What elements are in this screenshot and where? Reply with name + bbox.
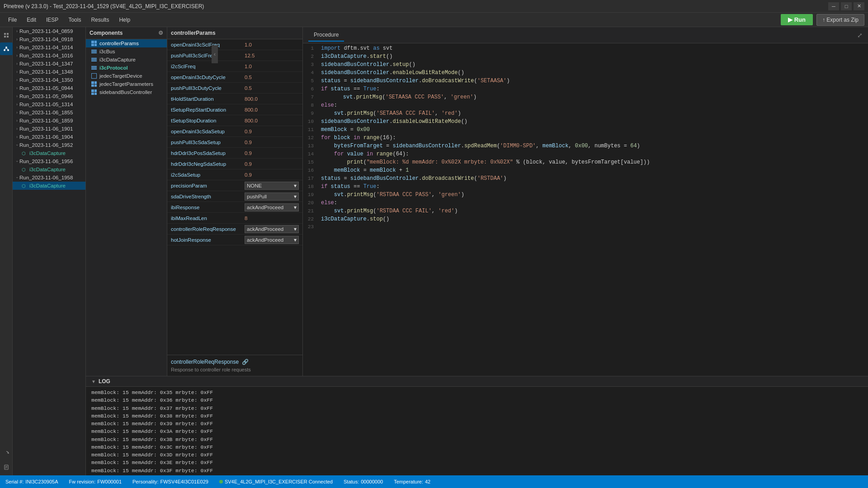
comp-grid-icon [91,41,97,46]
run-item-8[interactable]: ›Run_2023-11-05_0944 [13,84,85,92]
param-row-ibiMaxReadLen: ibiMaxReadLen 8 [167,213,302,224]
close-button[interactable]: ✕ [854,2,864,10]
comp-item-jedecTargetParameters[interactable]: jedecTargetParameters [86,80,167,88]
param-description: controllerRoleReqResponse 🔗 Response to … [167,355,302,376]
maximize-button[interactable]: □ [841,2,852,10]
comp-item-controllerParams[interactable]: controllerParams [86,39,167,47]
code-line-13: 13 bytesFromTarget = sidebandBusControll… [303,143,868,151]
run-item-13[interactable]: ›Run_2023-11-06_1901 [13,125,85,133]
code-line-18: 18 if status == True: [303,183,868,192]
run-15-child-1[interactable]: ⬡i3cDataCapture [13,149,85,157]
menu-file[interactable]: File [4,15,21,25]
menu-edit[interactable]: Edit [22,15,41,25]
svg-line-8 [6,48,8,49]
param-row-tSetupRepStartDuration: tSetupRepStartDuration 800.0 [167,104,302,115]
procedure-tab[interactable]: Procedure [308,29,344,42]
components-settings-icon[interactable]: ⚙ [158,30,163,36]
param-row-controllerRoleReqResponse: controllerRoleReqResponse ackAndProceed … [167,224,302,235]
menu-results[interactable]: Results [86,15,113,25]
param-row-tSetupStopDuration: tSetupStopDuration 800.0 [167,115,302,126]
comp-box-icon [91,73,97,79]
param-link-icon[interactable]: 🔗 [242,359,249,365]
run-item-17[interactable]: ›Run_2023-11-06_1958 [13,174,85,182]
log-panel: ▼ LOG memBlock: 15 memAddr: 0x35 mrbyte:… [86,376,868,475]
run-item-12[interactable]: ›Run_2023-11-06_1859 [13,117,85,125]
ibiResponse-dropdown[interactable]: ackAndProceed ▾ [245,203,299,211]
run-item-10[interactable]: ›Run_2023-11-05_1314 [13,100,85,108]
status-status: Status: 00000000 [344,479,383,484]
title-bar: Pinetree (v 23.3.0) - Test_2023-11-04_15… [0,0,868,13]
export-button[interactable]: ↑ Export as Zip [816,14,864,26]
svg-rect-2 [4,36,6,38]
run-16-child-1[interactable]: ⬡i3cDataCapture [13,165,85,174]
components-title: Components [90,30,123,36]
param-row-openDrainI3cSclFreq: openDrainI3cSclFreq 1.0 [167,39,302,50]
log-line-8: memBlock: 15 memAddr: 0x3C mrbyte: 0xFF [91,443,863,451]
run-item-1[interactable]: ›Run_2023-11-04_0859 [13,27,85,35]
toolbar-right: ▶ Run ↑ Export as Zip [781,14,864,26]
sidebar-icon-strip [0,27,13,475]
run-item-4[interactable]: ›Run_2023-11-04_1016 [13,52,85,60]
run-item-2[interactable]: ›Run_2023-11-04_0918 [13,35,85,43]
param-row-precisionParam: precisionParam NONE ▾ [167,180,302,191]
params-collapse-arrow[interactable]: ‹ [212,45,218,63]
controllerRoleReqResponse-dropdown[interactable]: ackAndProceed ▾ [245,225,299,233]
menu-help[interactable]: Help [114,15,135,25]
comp-item-i3cBus[interactable]: i3cBus [86,47,167,56]
param-row-openDrainI3cSdaSetup: openDrainI3cSdaSetup 0.9 [167,126,302,137]
code-area: 1 import dftm.svt as svt 2 i3cDataCaptur… [303,43,868,376]
procedure-panel: Procedure ⤢ 1 import dftm.svt as svt 2 i… [303,27,868,376]
run-item-9[interactable]: ›Run_2023-11-05_0946 [13,92,85,100]
comp-lines-icon-3 [91,65,97,70]
comp-item-i3cProtocol[interactable]: i3cProtocol [86,64,167,72]
maximize-icon[interactable]: ⤢ [857,32,863,39]
menu-iesp[interactable]: IESP [42,15,63,25]
run-item-7[interactable]: ›Run_2023-11-04_1350 [13,76,85,84]
log-line-6: memBlock: 15 memAddr: 0x3A mrbyte: 0xFF [91,427,863,435]
log-line-12: RSTDAA CCC PASS [91,474,863,475]
hotJoinResponse-dropdown[interactable]: ackAndProceed ▾ [245,236,299,244]
log-collapse-icon[interactable]: ▼ [91,379,96,384]
sidebar-file-icon[interactable] [0,461,13,474]
run-item-14[interactable]: ›Run_2023-11-06_1904 [13,133,85,141]
run-item-11[interactable]: ›Run_2023-11-06_1855 [13,108,85,117]
run-item-15[interactable]: ›Run_2023-11-06_1952 [13,141,85,149]
param-row-ibiResponse: ibiResponse ackAndProceed ▾ [167,202,302,213]
sidebar-runs-icon[interactable] [0,29,13,42]
run-17-child-1[interactable]: ⬡i3cDataCapture [13,182,85,190]
sdaDriveStrength-dropdown[interactable]: pushPull ▾ [245,192,299,201]
comp-grid-icon-2 [91,81,97,87]
code-line-21: 21 svt.printMsg('RSTDAA CCC FAIL', 'red'… [303,208,868,216]
code-line-7: 7 svt.printMsg('SETAASA CCC PASS', 'gree… [303,94,868,102]
comp-lines-icon [91,49,97,54]
comp-item-jedecTargetDevice[interactable]: jedecTargetDevice [86,72,167,80]
log-line-1: memBlock: 15 memAddr: 0x35 mrbyte: 0xFF [91,389,863,396]
log-line-11: memBlock: 15 memAddr: 0x3F mrbyte: 0xFF [91,467,863,474]
log-content: memBlock: 15 memAddr: 0x35 mrbyte: 0xFF … [86,387,868,475]
code-line-6: 6 if status == True: [303,86,868,94]
params-title: controllerParams [171,30,216,36]
run-button[interactable]: ▶ Run [781,14,813,25]
sidebar-tree-icon[interactable] [0,42,13,55]
code-line-11: 11 memBlock = 0x00 [303,127,868,135]
comp-item-i3cDataCapture[interactable]: i3cDataCapture [86,56,167,64]
minimize-button[interactable]: ─ [828,2,839,10]
menu-tools[interactable]: Tools [64,15,85,25]
precisionParam-dropdown[interactable]: NONE ▾ [245,182,299,190]
run-item-5[interactable]: ›Run_2023-11-04_1347 [13,60,85,68]
comp-item-sidebandBusController[interactable]: sidebandBusController [86,88,167,96]
code-line-8: 8 else: [303,102,868,110]
run-item-3[interactable]: ›Run_2023-11-04_1014 [13,43,85,52]
top-content: Components ⚙ controllerParams [86,27,868,376]
code-line-5: 5 status = sidebandBusController.doBroad… [303,78,868,86]
param-row-pushPullI3cDutyCycle: pushPullI3cDutyCycle 0.5 [167,83,302,94]
run-item-16[interactable]: ›Run_2023-11-06_1956 [13,157,85,165]
code-line-4: 4 sidebandBusController.enableLowBitRate… [303,70,868,78]
run-item-6[interactable]: ›Run_2023-11-04_1348 [13,68,85,76]
app-title: Pinetree (v 23.3.0) - Test_2023-11-04_15… [4,3,204,9]
sidebar-refresh-icon[interactable] [0,447,13,460]
params-panel: controllerParams ‹ openDrainI3cSclFreq 1… [167,27,303,376]
status-connected: SV4E_4L2G_MIPI_I3C_EXERCISER Connected [219,479,333,484]
code-line-14: 14 for value in range(64): [303,151,868,159]
svg-rect-3 [7,36,9,38]
